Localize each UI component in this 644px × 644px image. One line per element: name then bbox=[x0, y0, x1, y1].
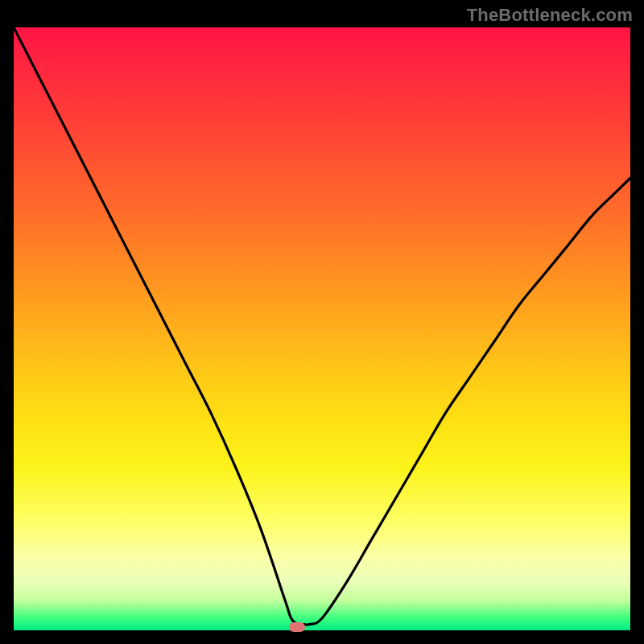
bottleneck-curve bbox=[14, 27, 630, 630]
plot-area bbox=[14, 27, 630, 630]
watermark-label: TheBottleneck.com bbox=[467, 5, 633, 26]
chart-container: TheBottleneck.com bbox=[0, 0, 644, 644]
optimal-marker bbox=[289, 622, 305, 632]
